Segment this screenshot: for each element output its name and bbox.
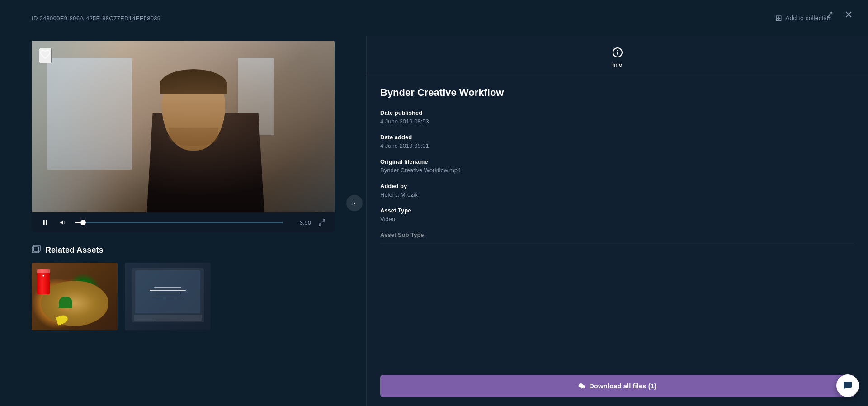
related-assets-icon <box>32 245 41 255</box>
svg-rect-5 <box>32 247 39 253</box>
laptop-screen <box>135 270 200 313</box>
top-bar: ID 243000E9-896A-425E-88C77ED14EE58039 ⊞… <box>0 0 868 36</box>
person-body <box>147 113 264 212</box>
original-filename-label: Original filename <box>380 158 854 165</box>
svg-line-4 <box>319 223 321 225</box>
progress-thumb <box>80 220 86 225</box>
like-button[interactable] <box>39 48 52 63</box>
info-icon <box>610 45 625 60</box>
fullscreen-button[interactable] <box>316 217 327 228</box>
asset-sub-type-label: Asset Sub Type <box>380 231 854 238</box>
date-added-label: Date added <box>380 134 854 141</box>
person-beard <box>169 128 218 146</box>
fullscreen-toggle-button[interactable]: ⤢ <box>824 7 835 23</box>
can-top <box>37 269 50 273</box>
food-visual: ● <box>32 263 118 330</box>
download-button-label: Download all files (1) <box>589 382 656 390</box>
download-all-button[interactable]: Download all files (1) <box>380 375 854 397</box>
related-asset-brand-templates[interactable] <box>125 263 211 330</box>
related-asset-food[interactable]: ● <box>32 263 118 330</box>
svg-rect-0 <box>43 220 45 225</box>
close-icon: ✕ <box>844 9 853 21</box>
brand-line-3 <box>156 293 180 293</box>
info-tab-label: Info <box>613 61 623 68</box>
next-button[interactable]: › <box>346 195 363 211</box>
original-filename-value: Bynder Creative Workflow.mp4 <box>380 167 854 174</box>
download-icon <box>578 382 585 390</box>
asset-type-value: Video <box>380 216 854 222</box>
volume-button[interactable] <box>57 216 70 229</box>
can-label: ● <box>37 273 50 278</box>
window-controls: ⤢ ✕ <box>824 7 854 23</box>
chat-widget[interactable] <box>836 374 859 397</box>
brand-line-1 <box>154 287 181 288</box>
window-bg <box>47 58 132 170</box>
chat-icon <box>842 380 853 391</box>
svg-line-3 <box>322 220 325 222</box>
add-icon: ⊞ <box>774 14 783 22</box>
added-by-field: Added by Helena Mrozik <box>380 183 854 198</box>
fullscreen-icon: ⤢ <box>826 9 834 21</box>
related-assets-title: Related Assets <box>45 245 103 255</box>
date-added-field: Date added 4 June 2019 09:01 <box>380 134 854 149</box>
brand-line-4 <box>152 297 184 297</box>
asset-type-field: Asset Type Video <box>380 207 854 222</box>
plate <box>41 281 108 326</box>
brand-title-line <box>150 290 186 291</box>
added-by-value: Helena Mrozik <box>380 191 854 198</box>
video-controls: -3:50 <box>32 212 335 232</box>
time-remaining: -3:50 <box>288 219 311 226</box>
brand-template-visual <box>125 263 211 330</box>
date-added-value: 4 June 2019 09:01 <box>380 142 854 149</box>
laptop-keyboard <box>134 315 202 321</box>
date-published-label: Date published <box>380 109 854 116</box>
brand-bottom-line <box>152 321 184 321</box>
video-content <box>32 41 335 212</box>
play-pause-button[interactable] <box>39 216 52 229</box>
video-player: -3:50 <box>32 41 335 232</box>
brand-template-label-overlay <box>125 321 211 321</box>
asset-type-label: Asset Type <box>380 207 854 214</box>
added-by-label: Added by <box>380 183 854 189</box>
main-content: -3:50 Related Assets <box>0 36 366 406</box>
progress-bar[interactable] <box>75 222 283 223</box>
person-hair <box>160 69 227 94</box>
video-background <box>32 41 335 212</box>
asset-title: Bynder Creative Workflow <box>380 87 854 99</box>
svg-rect-1 <box>46 220 47 225</box>
asset-info-content: Bynder Creative Workflow Date published … <box>367 76 868 375</box>
svg-marker-2 <box>60 220 63 224</box>
close-button[interactable]: ✕ <box>843 7 854 23</box>
right-panel: Info Bynder Creative Workflow Date publi… <box>366 36 868 406</box>
window-bg-right <box>238 58 274 135</box>
asset-sub-type-field-partial: Asset Sub Type <box>380 231 854 245</box>
soda-can: ● <box>37 269 50 294</box>
related-assets-grid: ● <box>32 263 335 330</box>
svg-rect-6 <box>33 245 40 251</box>
related-assets-section: Related Assets ● <box>32 245 335 330</box>
related-assets-header: Related Assets <box>32 245 335 255</box>
laptop-body <box>132 268 204 322</box>
date-published-value: 4 June 2019 08:53 <box>380 118 854 125</box>
video-thumbnail <box>32 41 335 212</box>
info-tab[interactable]: Info <box>367 36 868 76</box>
person-head <box>162 71 225 151</box>
asset-id: ID 243000E9-896A-425E-88C77ED14EE58039 <box>32 15 160 22</box>
herb <box>59 297 72 308</box>
date-published-field: Date published 4 June 2019 08:53 <box>380 109 854 125</box>
original-filename-field: Original filename Bynder Creative Workfl… <box>380 158 854 174</box>
